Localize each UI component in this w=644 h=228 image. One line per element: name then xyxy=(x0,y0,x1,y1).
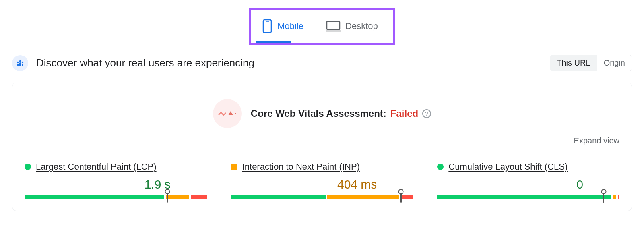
svg-rect-8 xyxy=(19,62,21,66)
svg-rect-2 xyxy=(327,21,340,29)
status-dot-good-icon xyxy=(25,164,31,170)
assessment-row: Core Web Vitals Assessment: Failed ? xyxy=(25,99,619,128)
tab-mobile[interactable]: Mobile xyxy=(255,14,311,39)
page-title: Discover what your real users are experi… xyxy=(36,57,254,69)
metric-cls: Cumulative Layout Shift (CLS) 0 xyxy=(437,162,619,199)
metrics-grid: Largest Contentful Paint (LCP) 1.9 s Int… xyxy=(25,162,619,199)
metric-cls-value: 0 xyxy=(437,178,619,191)
metric-lcp: Largest Contentful Paint (LCP) 1.9 s xyxy=(25,162,207,199)
tab-desktop[interactable]: Desktop xyxy=(319,16,385,37)
status-square-ni-icon xyxy=(231,164,237,170)
header-row: Discover what your real users are experi… xyxy=(12,55,632,71)
bar-seg-ni xyxy=(327,195,399,199)
metric-lcp-name[interactable]: Largest Contentful Paint (LCP) xyxy=(36,162,157,172)
bar-seg-ni xyxy=(613,195,616,199)
svg-point-5 xyxy=(19,60,21,62)
metric-cls-name[interactable]: Cumulative Layout Shift (CLS) xyxy=(448,162,568,172)
svg-rect-9 xyxy=(22,64,23,66)
bar-marker-icon xyxy=(167,191,168,203)
vitals-card: Core Web Vitals Assessment: Failed ? Exp… xyxy=(12,83,632,211)
bar-seg-poor xyxy=(618,195,619,199)
tab-mobile-label: Mobile xyxy=(277,21,303,31)
assessment-text: Core Web Vitals Assessment: Failed ? xyxy=(251,108,431,119)
metric-inp-value: 404 ms xyxy=(231,178,413,191)
expand-view-link[interactable]: Expand view xyxy=(574,136,619,145)
status-dot-good-icon xyxy=(437,164,444,170)
device-tabs: Mobile Desktop xyxy=(12,8,632,45)
users-icon xyxy=(12,55,28,71)
bar-seg-poor xyxy=(191,195,207,199)
svg-rect-7 xyxy=(17,64,19,66)
desktop-icon xyxy=(326,21,341,32)
assessment-label: Core Web Vitals Assessment: xyxy=(251,108,386,119)
svg-rect-0 xyxy=(263,20,271,33)
metric-lcp-bar xyxy=(25,195,207,199)
metric-lcp-value: 1.9 s xyxy=(25,178,207,191)
scope-origin[interactable]: Origin xyxy=(597,55,632,71)
expand-row: Expand view xyxy=(25,136,619,145)
mobile-icon xyxy=(262,19,272,33)
svg-point-4 xyxy=(17,61,19,63)
tab-desktop-label: Desktop xyxy=(345,21,378,31)
bar-marker-icon xyxy=(400,191,402,203)
help-icon[interactable]: ? xyxy=(422,109,431,118)
tabs-highlight-box: Mobile Desktop xyxy=(249,8,395,45)
scope-this-url[interactable]: This URL xyxy=(550,55,597,71)
bar-marker-icon xyxy=(603,191,604,203)
bar-seg-good xyxy=(437,195,611,199)
metric-inp: Interaction to Next Paint (INP) 404 ms xyxy=(231,162,413,199)
bar-seg-good xyxy=(25,195,164,199)
header-left: Discover what your real users are experi… xyxy=(12,55,254,71)
bar-seg-ni xyxy=(166,195,189,199)
assessment-fail-icon xyxy=(213,99,242,128)
svg-point-6 xyxy=(22,61,23,63)
metric-cls-bar xyxy=(437,195,619,199)
metric-inp-name[interactable]: Interaction to Next Paint (INP) xyxy=(242,162,360,172)
scope-toggle: This URL Origin xyxy=(550,55,632,71)
metric-inp-bar xyxy=(231,195,413,199)
assessment-status: Failed xyxy=(390,108,418,119)
svg-marker-10 xyxy=(228,111,233,115)
svg-point-11 xyxy=(235,113,236,114)
bar-seg-good xyxy=(231,195,326,199)
bar-seg-poor xyxy=(400,195,413,199)
